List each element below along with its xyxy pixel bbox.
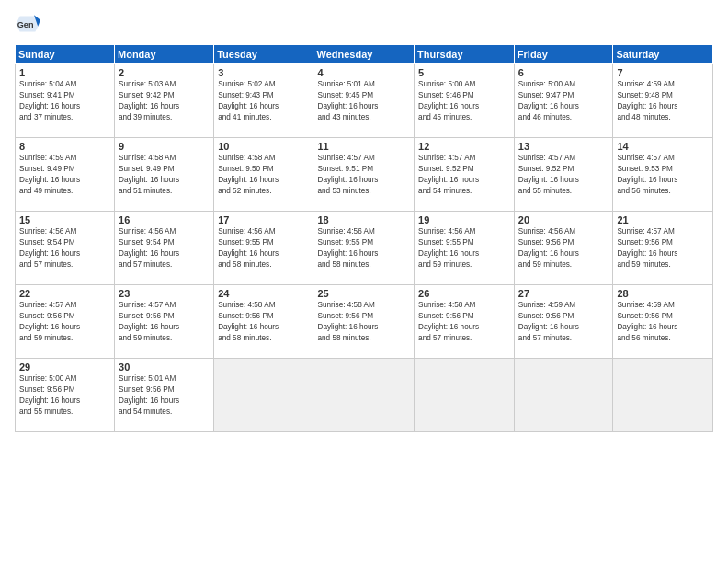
day-info: Sunrise: 4:56 AM Sunset: 9:55 PM Dayligh… <box>418 226 510 270</box>
calendar-cell: 12Sunrise: 4:57 AM Sunset: 9:52 PM Dayli… <box>415 138 515 212</box>
day-info: Sunrise: 5:02 AM Sunset: 9:43 PM Dayligh… <box>218 79 309 123</box>
calendar-cell: 5Sunrise: 5:00 AM Sunset: 9:46 PM Daylig… <box>415 64 515 138</box>
calendar-cell: 28Sunrise: 4:59 AM Sunset: 9:56 PM Dayli… <box>613 285 713 359</box>
calendar-cell <box>514 359 613 432</box>
dow-header: Thursday <box>415 45 515 64</box>
page: Gen SundayMondayTuesdayWednesdayThursday… <box>0 0 728 563</box>
day-info: Sunrise: 4:56 AM Sunset: 9:55 PM Dayligh… <box>317 226 410 270</box>
day-info: Sunrise: 5:00 AM Sunset: 9:56 PM Dayligh… <box>19 373 110 418</box>
dow-header: Tuesday <box>214 45 313 64</box>
calendar-cell: 7Sunrise: 4:59 AM Sunset: 9:48 PM Daylig… <box>613 64 713 138</box>
day-number: 5 <box>418 67 510 78</box>
calendar-cell: 25Sunrise: 4:58 AM Sunset: 9:56 PM Dayli… <box>313 285 415 359</box>
day-number: 13 <box>518 141 609 152</box>
day-info: Sunrise: 4:57 AM Sunset: 9:56 PM Dayligh… <box>617 226 709 270</box>
calendar-cell <box>214 359 313 432</box>
day-number: 29 <box>19 362 110 373</box>
day-info: Sunrise: 4:56 AM Sunset: 9:54 PM Dayligh… <box>19 226 110 270</box>
day-number: 24 <box>218 288 309 299</box>
day-info: Sunrise: 5:01 AM Sunset: 9:45 PM Dayligh… <box>317 79 410 123</box>
calendar-body: 1Sunrise: 5:04 AM Sunset: 9:41 PM Daylig… <box>16 64 713 432</box>
day-number: 25 <box>317 288 410 299</box>
calendar-cell: 23Sunrise: 4:57 AM Sunset: 9:56 PM Dayli… <box>115 285 214 359</box>
calendar-cell: 26Sunrise: 4:58 AM Sunset: 9:56 PM Dayli… <box>415 285 515 359</box>
logo: Gen <box>15 11 44 37</box>
day-number: 16 <box>119 214 210 225</box>
day-number: 9 <box>119 141 210 152</box>
day-info: Sunrise: 4:57 AM Sunset: 9:56 PM Dayligh… <box>19 300 110 344</box>
day-number: 18 <box>317 214 410 225</box>
day-number: 8 <box>19 141 110 152</box>
day-number: 27 <box>518 288 609 299</box>
dow-header: Wednesday <box>313 45 415 64</box>
calendar-cell: 2Sunrise: 5:03 AM Sunset: 9:42 PM Daylig… <box>115 64 214 138</box>
calendar-cell: 22Sunrise: 4:57 AM Sunset: 9:56 PM Dayli… <box>16 285 115 359</box>
day-number: 28 <box>617 288 709 299</box>
day-info: Sunrise: 4:58 AM Sunset: 9:56 PM Dayligh… <box>218 300 309 344</box>
header: Gen <box>15 11 713 37</box>
calendar-cell <box>613 359 713 432</box>
day-number: 30 <box>119 362 210 373</box>
calendar-cell: 18Sunrise: 4:56 AM Sunset: 9:55 PM Dayli… <box>313 212 415 285</box>
day-number: 11 <box>317 141 410 152</box>
day-number: 3 <box>218 67 309 78</box>
calendar-cell: 17Sunrise: 4:56 AM Sunset: 9:55 PM Dayli… <box>214 212 313 285</box>
calendar-cell <box>415 359 515 432</box>
calendar-week-row: 29Sunrise: 5:00 AM Sunset: 9:56 PM Dayli… <box>16 359 713 432</box>
logo-icon: Gen <box>15 11 40 37</box>
day-info: Sunrise: 5:00 AM Sunset: 9:47 PM Dayligh… <box>518 79 609 123</box>
day-info: Sunrise: 5:03 AM Sunset: 9:42 PM Dayligh… <box>119 79 210 123</box>
dow-header: Saturday <box>613 45 713 64</box>
day-number: 20 <box>518 214 609 225</box>
calendar-cell: 4Sunrise: 5:01 AM Sunset: 9:45 PM Daylig… <box>313 64 415 138</box>
day-info: Sunrise: 5:01 AM Sunset: 9:56 PM Dayligh… <box>119 373 210 418</box>
calendar-cell: 27Sunrise: 4:59 AM Sunset: 9:56 PM Dayli… <box>514 285 613 359</box>
calendar-cell <box>313 359 415 432</box>
day-info: Sunrise: 4:59 AM Sunset: 9:56 PM Dayligh… <box>518 300 609 344</box>
day-number: 2 <box>119 67 210 78</box>
day-info: Sunrise: 4:57 AM Sunset: 9:56 PM Dayligh… <box>119 300 210 344</box>
day-info: Sunrise: 4:56 AM Sunset: 9:55 PM Dayligh… <box>218 226 309 270</box>
calendar-cell: 21Sunrise: 4:57 AM Sunset: 9:56 PM Dayli… <box>613 212 713 285</box>
day-info: Sunrise: 4:58 AM Sunset: 9:56 PM Dayligh… <box>418 300 510 344</box>
day-number: 10 <box>218 141 309 152</box>
calendar-cell: 9Sunrise: 4:58 AM Sunset: 9:49 PM Daylig… <box>115 138 214 212</box>
day-info: Sunrise: 4:58 AM Sunset: 9:49 PM Dayligh… <box>119 153 210 197</box>
calendar-cell: 13Sunrise: 4:57 AM Sunset: 9:52 PM Dayli… <box>514 138 613 212</box>
day-number: 17 <box>218 214 309 225</box>
day-number: 19 <box>418 214 510 225</box>
day-number: 14 <box>617 141 709 152</box>
dow-header: Monday <box>115 45 214 64</box>
calendar-cell: 6Sunrise: 5:00 AM Sunset: 9:47 PM Daylig… <box>514 64 613 138</box>
day-number: 4 <box>317 67 410 78</box>
dow-header: Sunday <box>16 45 115 64</box>
calendar-cell: 14Sunrise: 4:57 AM Sunset: 9:53 PM Dayli… <box>613 138 713 212</box>
calendar-cell: 16Sunrise: 4:56 AM Sunset: 9:54 PM Dayli… <box>115 212 214 285</box>
day-info: Sunrise: 4:58 AM Sunset: 9:56 PM Dayligh… <box>317 300 410 344</box>
calendar-cell: 29Sunrise: 5:00 AM Sunset: 9:56 PM Dayli… <box>16 359 115 432</box>
day-info: Sunrise: 5:04 AM Sunset: 9:41 PM Dayligh… <box>19 79 110 123</box>
day-info: Sunrise: 4:57 AM Sunset: 9:52 PM Dayligh… <box>518 153 609 197</box>
day-info: Sunrise: 4:59 AM Sunset: 9:48 PM Dayligh… <box>617 79 709 123</box>
calendar-cell: 10Sunrise: 4:58 AM Sunset: 9:50 PM Dayli… <box>214 138 313 212</box>
day-info: Sunrise: 4:56 AM Sunset: 9:56 PM Dayligh… <box>518 226 609 270</box>
day-number: 1 <box>19 67 110 78</box>
calendar-cell: 19Sunrise: 4:56 AM Sunset: 9:55 PM Dayli… <box>415 212 515 285</box>
dow-header: Friday <box>514 45 613 64</box>
calendar-table: SundayMondayTuesdayWednesdayThursdayFrid… <box>15 44 713 432</box>
svg-text:Gen: Gen <box>17 20 34 29</box>
day-number: 7 <box>617 67 709 78</box>
calendar-cell: 8Sunrise: 4:59 AM Sunset: 9:49 PM Daylig… <box>16 138 115 212</box>
day-info: Sunrise: 4:56 AM Sunset: 9:54 PM Dayligh… <box>119 226 210 270</box>
day-number: 26 <box>418 288 510 299</box>
calendar-cell: 1Sunrise: 5:04 AM Sunset: 9:41 PM Daylig… <box>16 64 115 138</box>
day-number: 6 <box>518 67 609 78</box>
calendar-cell: 20Sunrise: 4:56 AM Sunset: 9:56 PM Dayli… <box>514 212 613 285</box>
day-number: 22 <box>19 288 110 299</box>
day-info: Sunrise: 4:57 AM Sunset: 9:52 PM Dayligh… <box>418 153 510 197</box>
calendar-cell: 11Sunrise: 4:57 AM Sunset: 9:51 PM Dayli… <box>313 138 415 212</box>
day-info: Sunrise: 4:59 AM Sunset: 9:49 PM Dayligh… <box>19 153 110 197</box>
day-number: 12 <box>418 141 510 152</box>
calendar-week-row: 15Sunrise: 4:56 AM Sunset: 9:54 PM Dayli… <box>16 212 713 285</box>
calendar-week-row: 22Sunrise: 4:57 AM Sunset: 9:56 PM Dayli… <box>16 285 713 359</box>
